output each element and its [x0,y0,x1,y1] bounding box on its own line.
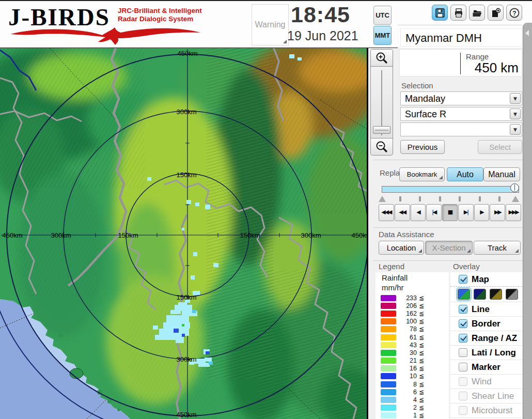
border-checkbox[interactable] [459,319,467,328]
line-checkbox[interactable] [459,305,467,314]
stop-button[interactable]: ■ [442,204,458,221]
divider [373,260,523,261]
option-dropdown[interactable]: ▼ [400,122,522,136]
save-button[interactable] [432,5,448,21]
marker-checkbox[interactable] [459,363,467,371]
play-button[interactable]: ▶ [474,204,490,221]
less-equal-icon: ≦ [419,294,424,302]
legend-color-swatch [381,412,396,418]
track-button[interactable]: Track [474,241,521,255]
utc-button[interactable]: UTC [373,6,392,25]
map-style-olive[interactable] [490,289,502,300]
legend-row: 233 ≦ [375,294,449,302]
location-button[interactable]: Location [379,241,424,255]
chevron-down-icon[interactable]: ▼ [510,124,521,135]
range-label-300km: 300km [176,108,196,116]
previous-button[interactable]: Previous [400,140,445,154]
overlay-item-microburst[interactable]: Microburst [450,404,522,418]
slider-end-marker[interactable] [512,196,519,202]
map-style-color[interactable] [458,289,470,300]
shear-line-checkbox [459,392,467,400]
fast-forward-button[interactable]: ▶▶ [490,204,505,221]
replay-slider-handle[interactable] [510,183,519,192]
microburst-checkbox [459,406,467,415]
product-dropdown[interactable]: Surface R ▼ [400,107,522,121]
less-equal-icon: ≦ [419,342,424,349]
legend-color-swatch [381,358,396,364]
header-separator [398,25,522,25]
range-label-450km: 450km [2,231,22,239]
zoom-out-button[interactable] [371,138,393,155]
overlay-item-marker[interactable]: Marker [450,360,522,375]
site-dropdown[interactable]: Mandalay ▼ [400,91,522,105]
mmt-button[interactable]: MMT [373,26,392,45]
print-button[interactable] [450,5,466,21]
overlay-item-lati-long[interactable]: Lati / Long [450,346,522,360]
fastest-forward-button[interactable]: ▶▶▶ [506,204,521,221]
fast-rewind-button[interactable]: ◀◀ [395,204,410,221]
lati-long-checkbox[interactable] [459,348,467,357]
range-az-checkbox[interactable] [459,334,467,343]
rain-echo-cell [182,324,184,327]
slider-start-marker[interactable] [379,196,386,202]
zoom-slider-track[interactable] [375,70,388,135]
replay-slider-track[interactable] [382,186,519,193]
border-label: Border [472,319,500,329]
select-button[interactable]: Select [478,140,522,154]
playback-controls: ◀◀◀◀◀◀|◀■▶|▶▶▶▶▶▶ [379,204,521,221]
open-folder-button[interactable] [469,5,485,21]
legend-color-swatch [381,381,396,387]
overlay-item-range-az[interactable]: Range / AZ [450,331,522,346]
legend-color-swatch [381,365,396,371]
help-button[interactable]: ? [506,5,522,21]
range-value: 450 km [475,60,519,76]
divider [373,160,523,160]
overlay-item-wind[interactable]: Wind [450,375,522,389]
rain-echo-cell [298,57,302,60]
legend-row: 100 ≦ [375,318,449,325]
legend-color-swatch [381,303,396,309]
fastest-rewind-button[interactable]: ◀◀◀ [379,204,394,221]
wind-checkbox [459,377,467,386]
map-checkbox[interactable] [459,275,467,284]
zoom-in-button[interactable] [371,50,393,67]
app-logo: J-BIRDS JRC-Brilliant & Intelligent Rada… [3,2,206,48]
less-equal-icon: ≦ [419,412,424,419]
auto-mode-button[interactable]: Auto [447,167,483,181]
logo-subtitle: JRC-Brilliant & Intelligent Radar Dialog… [118,7,205,23]
magnifier-plus-icon [375,52,388,64]
legend-value: 162 [396,310,417,317]
warning-button[interactable]: Warning [252,4,289,45]
chevron-down-icon[interactable]: ▼ [510,108,521,119]
legend-unit-line1: Rainfall [382,273,449,282]
radar-map[interactable]: 450km300km150km150km300km450km450km300km… [0,48,368,419]
legend-value: 21 [396,357,417,364]
skip-to-start-button[interactable]: |◀ [426,204,442,221]
x-section-button[interactable]: X-Section [425,241,473,255]
map-style-gray[interactable] [506,289,518,300]
overlay-item-shear-line[interactable]: Shear Line [450,389,522,404]
zoom-slider-handle[interactable] [373,126,390,134]
svg-text:?: ? [512,9,516,17]
slider-tick [439,196,441,201]
chevron-down-icon[interactable]: ▼ [510,93,521,104]
range-label-150km: 150km [176,293,196,301]
bookmark-button[interactable]: Bookmark [399,167,445,181]
marker-label: Marker [472,362,500,373]
line-label: Line [472,304,490,315]
map-style-dark-blue[interactable] [474,289,486,300]
panel-collapse-handle[interactable] [523,23,532,419]
overlay-item-map[interactable]: Map [450,272,522,287]
less-equal-icon: ≦ [419,396,424,404]
skip-to-end-button[interactable]: ▶| [458,204,474,221]
less-equal-icon: ≦ [419,389,424,396]
manual-mode-button[interactable]: Manual [483,167,520,181]
site-name: Myanmar DMH [405,32,482,45]
overlay-item-line[interactable]: Line [450,302,522,317]
step-back-button[interactable]: ◀ [411,204,426,221]
overlay-item-border[interactable]: Border [450,317,522,331]
legend-value: 4 [396,396,417,404]
legend-color-swatch [381,295,396,301]
overlay-options: MapLineBorderRange / AZLati / LongMarker… [450,272,522,418]
add-image-button[interactable] [488,5,504,21]
